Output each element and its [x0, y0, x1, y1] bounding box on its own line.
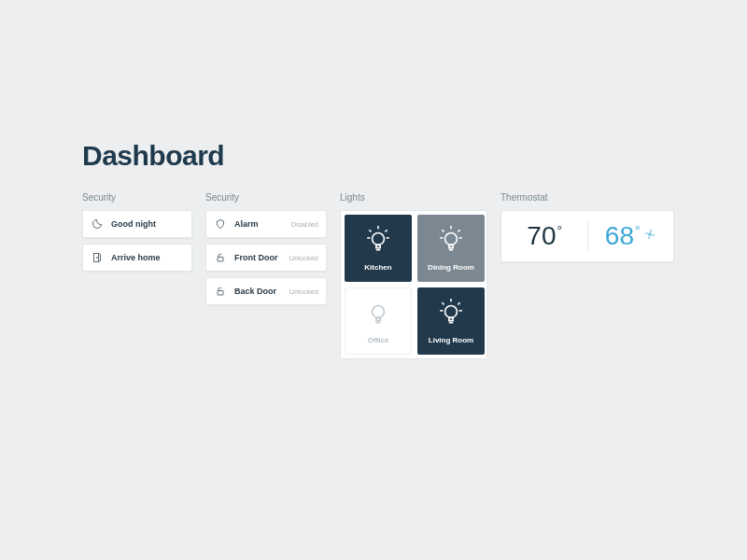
lock-open-icon	[214, 285, 227, 298]
light-room-label: Kitchen	[364, 263, 391, 272]
degree-symbol: °	[557, 223, 563, 238]
svg-point-9	[373, 232, 385, 245]
scene-good-night[interactable]: Good night	[82, 210, 192, 238]
moon-icon	[91, 217, 104, 231]
security-item-back-door[interactable]: Back Door Unlocked	[205, 277, 327, 305]
svg-line-19	[442, 302, 444, 304]
scenes-column: Security Good night Arrive home	[82, 192, 192, 277]
lights-grid: Kitchen Dining Room	[340, 210, 487, 359]
thermostat-card[interactable]: 70° 68°	[500, 210, 674, 262]
lightbulb-icon	[366, 299, 390, 330]
thermostat-target-value: 68	[605, 221, 634, 250]
scenes-heading: Security	[82, 192, 192, 203]
lights-heading: Lights	[340, 192, 487, 203]
thermostat-current-value: 70	[527, 221, 556, 250]
thermostat-target-temp: 68°	[605, 221, 640, 251]
light-room-label: Dining Room	[428, 263, 474, 272]
thermostat-current: 70°	[501, 211, 587, 261]
lights-column: Lights Kitchen	[340, 192, 487, 359]
thermostat-current-temp: 70°	[527, 221, 561, 251]
security-item-alarm[interactable]: Alarm Disabled	[205, 210, 327, 238]
svg-line-20	[458, 302, 460, 304]
lock-open-icon	[214, 251, 227, 264]
svg-point-23	[445, 305, 458, 317]
page-title: Dashboard	[82, 140, 747, 172]
svg-line-12	[458, 230, 460, 231]
svg-point-1	[97, 258, 98, 259]
light-room-label: Office	[368, 336, 389, 344]
security-item-status: Disabled	[291, 220, 318, 229]
security-item-front-door[interactable]: Front Door Unlocked	[205, 244, 327, 272]
shield-icon	[214, 217, 227, 231]
fan-icon	[643, 228, 656, 245]
security-heading: Security	[205, 192, 327, 203]
light-tile-dining-room[interactable]: Dining Room	[417, 215, 485, 282]
svg-point-15	[445, 232, 458, 245]
light-tile-office[interactable]: Office	[345, 287, 412, 355]
light-room-label: Living Room	[429, 336, 473, 344]
svg-line-5	[369, 230, 371, 231]
thermostat-heading: Thermostat	[500, 192, 674, 203]
thermostat-target[interactable]: 68°	[588, 211, 674, 261]
thermostat-column: Thermostat 70° 68°	[500, 192, 674, 262]
security-item-status: Unlocked	[289, 254, 318, 262]
svg-point-24	[648, 233, 650, 235]
dashboard-columns: Security Good night Arrive home Security	[82, 192, 747, 359]
svg-point-17	[373, 305, 385, 317]
degree-symbol: °	[635, 223, 641, 238]
lightbulb-icon	[439, 226, 463, 258]
light-tile-living-room[interactable]: Living Room	[417, 287, 485, 355]
lightbulb-icon	[439, 299, 463, 330]
svg-line-6	[386, 230, 388, 231]
security-column: Security Alarm Disabled Front Door Unloc…	[205, 192, 327, 311]
security-item-status: Unlocked	[289, 287, 318, 296]
security-item-label: Front Door	[234, 253, 282, 262]
security-item-label: Back Door	[234, 287, 282, 296]
svg-line-11	[442, 230, 444, 231]
svg-rect-2	[218, 258, 223, 262]
svg-rect-3	[218, 291, 223, 296]
light-tile-kitchen[interactable]: Kitchen	[345, 215, 412, 282]
lightbulb-icon	[366, 226, 390, 258]
scene-label: Arrive home	[111, 253, 184, 262]
scene-label: Good night	[111, 219, 184, 229]
scene-arrive-home[interactable]: Arrive home	[82, 244, 192, 272]
security-item-label: Alarm	[234, 219, 284, 229]
door-open-icon	[91, 251, 104, 264]
